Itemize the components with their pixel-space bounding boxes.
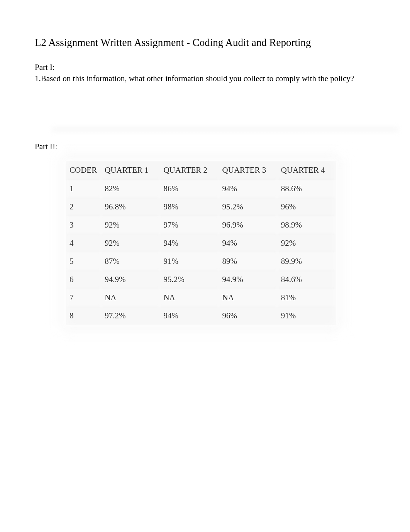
table-row: 6 94.9% 95.2% 94.9% 84.6%: [66, 270, 336, 289]
cell-q4: 88.6%: [277, 180, 336, 198]
cell-q4: 92%: [277, 234, 336, 252]
cell-q1: 87%: [101, 252, 159, 270]
cell-q1: 96.8%: [101, 198, 159, 216]
cell-q3: 96%: [219, 307, 277, 325]
cell-q4: 96%: [277, 198, 336, 216]
cell-q3: 95.2%: [219, 198, 277, 216]
cell-q3: NA: [219, 289, 277, 307]
cell-q2: 97%: [159, 216, 218, 234]
cell-q4: 91%: [277, 307, 336, 325]
decorative-blur-bar: [52, 126, 398, 133]
cell-q2: 94%: [159, 307, 218, 325]
cell-q4: 98.9%: [277, 216, 336, 234]
col-header-q1: QUARTER 1: [101, 161, 159, 180]
cell-coder: 6: [66, 270, 101, 289]
cell-coder: 3: [66, 216, 101, 234]
cell-q1: 92%: [101, 216, 159, 234]
cell-coder: 2: [66, 198, 101, 216]
table-row: 7 NA NA NA 81%: [66, 289, 336, 307]
cell-q4: 84.6%: [277, 270, 336, 289]
cell-q3: 96.9%: [219, 216, 277, 234]
col-header-coder: CODER: [66, 161, 101, 180]
cell-q1: NA: [101, 289, 159, 307]
part-1-section: Part I: 1.Based on this information, wha…: [35, 63, 375, 84]
cell-q1: 97.2%: [101, 307, 159, 325]
cell-q2: 98%: [159, 198, 218, 216]
table-row: 5 87% 91% 89% 89.9%: [66, 252, 336, 270]
cell-q4: 89.9%: [277, 252, 336, 270]
cell-q1: 94.9%: [101, 270, 159, 289]
cell-q1: 82%: [101, 180, 159, 198]
cell-q2: NA: [159, 289, 218, 307]
part-2-label: Part II:: [35, 142, 375, 151]
cell-q3: 94%: [219, 180, 277, 198]
cell-coder: 7: [66, 289, 101, 307]
cell-q4: 81%: [277, 289, 336, 307]
cell-q3: 94.9%: [219, 270, 277, 289]
cell-coder: 5: [66, 252, 101, 270]
cell-q2: 86%: [159, 180, 218, 198]
part-1-label: Part I:: [35, 63, 375, 72]
cell-q3: 89%: [219, 252, 277, 270]
cell-coder: 8: [66, 307, 101, 325]
table-row: 3 92% 97% 96.9% 98.9%: [66, 216, 336, 234]
table-row: 4 92% 94% 94% 92%: [66, 234, 336, 252]
col-header-q3: QUARTER 3: [219, 161, 277, 180]
part-1-question: 1.Based on this information, what other …: [35, 73, 375, 84]
cell-q3: 94%: [219, 234, 277, 252]
table-row: 2 96.8% 98% 95.2% 96%: [66, 198, 336, 216]
coder-accuracy-table: CODER QUARTER 1 QUARTER 2 QUARTER 3 QUAR…: [66, 161, 336, 325]
cell-q2: 91%: [159, 252, 218, 270]
table-header-row: CODER QUARTER 1 QUARTER 2 QUARTER 3 QUAR…: [66, 161, 336, 180]
col-header-q2: QUARTER 2: [159, 161, 218, 180]
document-page: L2 Assignment Written Assignment - Codin…: [0, 0, 410, 325]
col-header-q4: QUARTER 4: [277, 161, 336, 180]
cell-coder: 1: [66, 180, 101, 198]
table-row: 1 82% 86% 94% 88.6%: [66, 180, 336, 198]
cell-q2: 95.2%: [159, 270, 218, 289]
cell-q1: 92%: [101, 234, 159, 252]
cell-coder: 4: [66, 234, 101, 252]
coder-accuracy-table-region: CODER QUARTER 1 QUARTER 2 QUARTER 3 QUAR…: [66, 161, 336, 325]
part-2-section: Part II: CODER QUARTER 1 QUARTER 2 QUART…: [35, 142, 375, 325]
cell-q2: 94%: [159, 234, 218, 252]
table-row: 8 97.2% 94% 96% 91%: [66, 307, 336, 325]
page-title: L2 Assignment Written Assignment - Codin…: [35, 37, 375, 49]
